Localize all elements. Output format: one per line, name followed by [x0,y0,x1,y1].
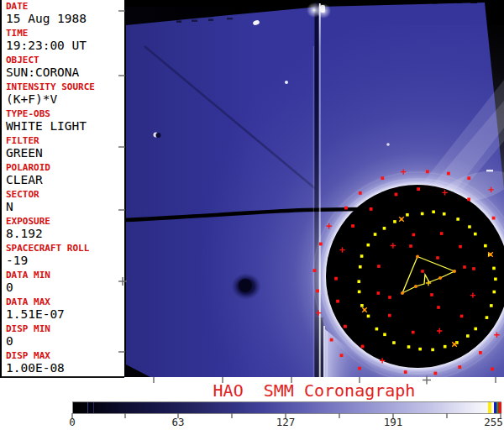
field-label: INTENSITY SOURCE [6,81,124,92]
inner-red-ring-dot [472,267,475,270]
mid-red-ring-dot [361,345,365,349]
yellow-ring-dot [444,345,447,349]
polygon-vertex-dot [401,291,404,295]
yellow-ring-dot [360,304,364,307]
yellow-ring-dot [486,316,489,319]
field-value: GREEN [6,146,124,160]
field-value: 19:23:00 UT [6,39,124,53]
inner-red-ring-dot [460,315,464,318]
outer-red-ring-dot [426,170,429,173]
yellow-ring-dot [431,349,434,352]
yellow-ring-dot [421,212,424,216]
mid-red-ring-dot [467,197,470,201]
yellow-ring-dot [418,348,422,351]
yellow-ring-dot [484,244,487,248]
pylon-bright-line [319,3,321,377]
colorbar-tick-label: 127 [276,416,296,428]
yellow-ring-dot [474,233,477,236]
inner-red-dot [430,293,433,296]
yellow-ring-dot [466,334,470,338]
inner-red-ring-dot [412,331,415,334]
inner-red-dot [388,296,391,299]
outer-red-ring-dot [447,172,450,176]
yellow-ring-dot [468,225,471,228]
field-label: FILTER [6,135,124,146]
mid-red-ring-dot [433,372,437,375]
metadata-field: EXPOSURE8.192 [6,216,124,243]
outer-red-ring-dot [358,367,361,370]
mid-red-ring-dot [351,224,354,228]
coronagraph-image [124,0,504,377]
yellow-ring-dot [359,265,362,269]
field-value: 8.192 [6,227,124,241]
below-disk-streak-1 [323,326,325,377]
field-label: SPACECRAFT ROLL [6,243,124,254]
outer-red-ring-dot [359,191,362,195]
yellow-ring-dot [383,333,386,336]
metadata-field: DISP MAX1.00E-08 [6,350,124,377]
metadata-field: DATA MAX1.51E-07 [6,296,124,323]
dark-blob-core [239,279,252,292]
inner-red-ring-dot [377,265,381,268]
inner-red-dot [421,270,424,273]
polygon-vertex-dot [453,270,456,273]
inner-red-ring-dot [377,291,381,295]
yellow-ring-dot [407,345,411,349]
outer-red-ring-dot [467,176,470,180]
yellow-ring-dot [492,267,496,270]
outer-red-ring-dot [319,243,323,246]
metadata-field: SPACECRAFT ROLL-19 [6,243,124,270]
colorbar-annotation-stripe [498,402,501,413]
mid-red-ring-dot [336,300,339,303]
mid-red-ring-dot [458,365,461,369]
mid-red-ring-dot [479,351,482,354]
outer-red-ring-dot [491,368,494,371]
metadata-field: TIME19:23:00 UT [6,28,124,55]
yellow-ring-dot [492,291,496,294]
inner-red-dot [409,244,412,248]
colorbar [72,401,501,414]
outer-red-ring-dot [340,354,344,357]
mid-red-ring-dot [334,277,338,281]
field-label: OBJECT [6,55,124,66]
inner-red-ring-dot [412,233,416,237]
field-value: 1.00E-08 [6,361,124,375]
yellow-ring-dot [367,315,370,318]
outer-red-ring-dot [313,269,317,272]
occulting-disk [326,185,504,368]
field-value: -19 [6,254,124,268]
below-disk-streak-2 [327,331,328,377]
inner-red-dot [463,265,466,269]
yellow-ring-dot [432,210,435,213]
field-value: (K+F)*V [6,92,124,107]
yellow-ring-dot [406,213,409,217]
inner-red-dot [437,306,440,309]
inner-red-ring-dot [459,245,462,249]
field-label: DISP MAX [6,350,124,361]
outer-red-ring-dot [330,338,333,342]
metadata-field: INTENSITY SOURCE(K+F)*V [6,81,124,108]
field-label: DATE [6,1,124,12]
yellow-ring-dot [375,328,379,331]
outer-red-ring-dot [381,176,384,180]
image-title: HAO SMM Coronagraph [124,380,504,399]
mid-red-ring-dot [344,325,347,328]
field-label: POLAROID [6,162,124,173]
field-value: SUN:CORONA [6,66,124,80]
field-label: DATA MAX [6,296,124,307]
metadata-field: POLAROIDCLEAR [6,162,124,189]
yellow-ring-dot [474,328,477,331]
field-label: TYPE-OBS [6,108,124,119]
mid-red-ring-dot [492,217,496,220]
mid-red-ring-dot [395,193,398,197]
field-value: 0 [6,334,124,349]
field-value: 15 Aug 1988 [6,12,124,26]
yellow-ring-dot [443,212,446,216]
dark-dot [156,133,161,138]
metadata-field: TYPE-OBSWHITE LIGHT [6,108,124,135]
field-value: 1.51E-07 [6,307,124,322]
yellow-ring-dot [374,233,377,236]
field-label: EXPOSURE [6,216,124,227]
field-value: 0 [6,281,124,295]
colorbar-labels: 063127191255 [0,416,504,429]
